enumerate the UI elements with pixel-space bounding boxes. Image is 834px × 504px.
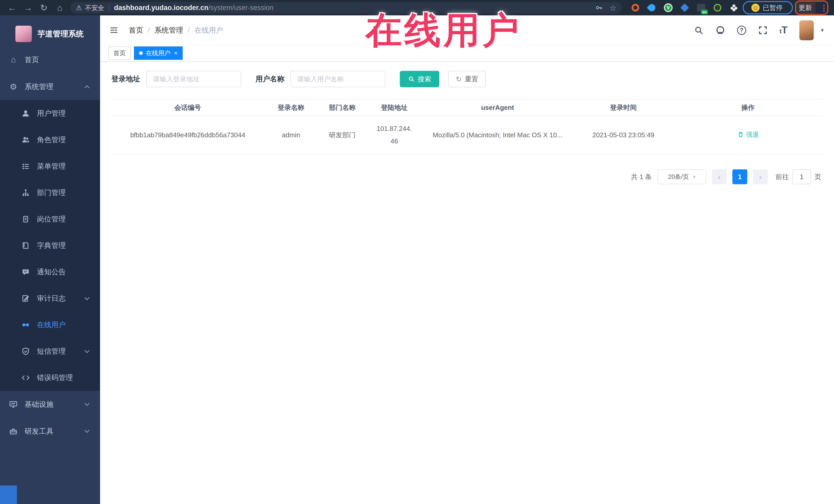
online-user-goggles-icon [21, 321, 30, 329]
profile-paused-chip[interactable]: ☺ 已暂停 [748, 2, 786, 13]
breadcrumb-separator: / [148, 26, 150, 35]
browser-menu-icon[interactable]: ⋮ [820, 3, 827, 12]
page-size-select[interactable]: 20条/页 ▾ [657, 169, 706, 184]
sidebar-item-system[interactable]: ⚙ 系统管理 [0, 73, 100, 100]
col-dept-name: 部门名称 [318, 99, 367, 116]
extension-drop-icon[interactable] [647, 3, 656, 12]
tag-label: 首页 [113, 49, 126, 57]
reload-icon[interactable]: ↻ [36, 3, 52, 13]
sidebar-item-user-mgmt[interactable]: 用户管理 [0, 100, 100, 127]
page-content: 登录地址 用户名称 搜索 ↻ 重置 [100, 62, 834, 184]
breadcrumb: 首页 / 系统管理 / 在线用户 [129, 25, 223, 35]
code-icon [21, 374, 30, 382]
login-addr-input[interactable] [146, 71, 241, 87]
divider [109, 4, 109, 11]
bookmark-star-icon[interactable]: ☆ [610, 3, 616, 12]
font-size-icon[interactable]: tT [780, 25, 788, 36]
logo-row[interactable]: 芋道管理系统 [0, 22, 100, 46]
active-dot-icon [139, 51, 143, 55]
pagination: 共 1 条 20条/页 ▾ ‹ 1 › 前往 页 [111, 169, 823, 184]
extension-translate-icon[interactable]: en [697, 3, 706, 12]
sidebar-item-infrastructure[interactable]: 基础设施 [0, 391, 100, 418]
department-tree-icon [21, 189, 30, 197]
sidebar-item-error-code[interactable]: 错误码管理 [0, 365, 100, 391]
force-logout-label: 强退 [746, 130, 759, 139]
back-icon[interactable]: ← [4, 3, 20, 13]
fullscreen-icon[interactable] [758, 25, 768, 35]
browser-home-icon[interactable]: ⌂ [52, 3, 68, 13]
goto-page-input[interactable] [792, 169, 811, 184]
reset-button-label: 重置 [465, 75, 478, 84]
security-label[interactable]: 不安全 [85, 4, 104, 12]
sidebar-item-role-mgmt[interactable]: 角色管理 [0, 127, 100, 153]
hamburger-icon[interactable] [109, 26, 119, 35]
sidebar-item-label: 研发工具 [25, 426, 53, 436]
sidebar-item-online-users[interactable]: 在线用户 [0, 311, 100, 338]
force-logout-button[interactable]: 强退 [737, 130, 759, 139]
cell-login-time: 2021-05-03 23:05:49 [573, 116, 673, 154]
extension-v-icon[interactable]: V [664, 3, 673, 12]
prev-page-button[interactable]: ‹ [712, 169, 727, 184]
avatar-caret-icon[interactable]: ▾ [821, 27, 824, 34]
close-icon[interactable]: × [174, 49, 178, 57]
help-icon[interactable]: ? [737, 26, 746, 35]
sidebar-item-menu-mgmt[interactable]: 菜单管理 [0, 153, 100, 179]
page-unit-label: 页 [814, 172, 821, 181]
breadcrumb-system[interactable]: 系统管理 [154, 25, 183, 35]
extensions-puzzle-icon[interactable] [729, 3, 739, 12]
breadcrumb-home[interactable]: 首页 [129, 25, 143, 35]
extension-camera-icon[interactable] [713, 3, 722, 12]
url-text[interactable]: dashboard.yudao.iocoder.cn/system/user-s… [114, 4, 273, 12]
extension-gem-icon[interactable] [680, 3, 689, 12]
reset-button[interactable]: ↻ 重置 [448, 71, 486, 87]
sidebar-item-audit-log[interactable]: 审计日志 [0, 285, 100, 311]
sidebar-item-label: 菜单管理 [37, 161, 66, 171]
screen: ← → ↻ ⌂ ⚠ 不安全 dashboard.yudao.iocoder.cn… [0, 0, 834, 504]
bottom-left-blue-square [0, 485, 17, 504]
monitor-chart-icon [9, 400, 18, 409]
sidebar-item-dept-mgmt[interactable]: 部门管理 [0, 179, 100, 206]
sidebar-item-label: 角色管理 [37, 135, 66, 145]
sidebar: 芋道管理系统 ⌂ 首页 ⚙ 系统管理 用户管理 角色管理 [0, 15, 100, 504]
browser-toolbar: ← → ↻ ⌂ ⚠ 不安全 dashboard.yudao.iocoder.cn… [0, 0, 834, 15]
tag-home[interactable]: 首页 [108, 46, 131, 60]
github-icon[interactable] [716, 25, 725, 35]
cell-dept-name: 研发部门 [318, 116, 367, 154]
sidebar-item-label: 部门管理 [37, 188, 66, 198]
sidebar-item-notice[interactable]: 通知公告 [0, 259, 100, 285]
ip-line1: 101.87.244. [367, 123, 422, 135]
avatar[interactable] [799, 20, 814, 40]
password-key-icon[interactable] [595, 4, 603, 12]
chevron-down-icon [84, 401, 90, 406]
cell-login-addr: 101.87.244. 46 [367, 116, 422, 154]
next-page-button[interactable]: › [753, 169, 768, 184]
address-bar[interactable]: ⚠ 不安全 dashboard.yudao.iocoder.cn/system/… [70, 2, 622, 13]
browser-update-button[interactable]: 更新 [795, 2, 815, 14]
sidebar-item-label: 基础设施 [25, 399, 53, 409]
tags-bar: 首页 在线用户 × [100, 45, 834, 62]
sidebar-item-post-mgmt[interactable]: 岗位管理 [0, 206, 100, 232]
extension-ring-icon[interactable] [631, 3, 640, 12]
col-login-addr: 登陆地址 [367, 99, 422, 116]
app-header: 首页 / 系统管理 / 在线用户 ? tT ▾ [100, 15, 834, 45]
id-badge-icon [21, 215, 30, 223]
sidebar-item-home[interactable]: ⌂ 首页 [0, 46, 100, 73]
emoji-face-icon: ☺ [751, 4, 760, 12]
toolbox-icon [9, 427, 18, 436]
current-page-button[interactable]: 1 [732, 169, 747, 184]
sidebar-item-sms-mgmt[interactable]: 短信管理 [0, 338, 100, 365]
sidebar-item-dict-mgmt[interactable]: 字典管理 [0, 232, 100, 259]
url-path: /system/user-session [208, 4, 273, 12]
sidebar-item-label: 通知公告 [37, 267, 66, 277]
cell-user-agent: Mozilla/5.0 (Macintosh; Intel Mac OS X 1… [422, 116, 573, 154]
search-icon[interactable] [694, 25, 704, 35]
cell-session-id: bfbb1ab79ba849e49fb26ddb56a73044 [111, 116, 264, 154]
search-button[interactable]: 搜索 [400, 71, 439, 87]
tag-online-users[interactable]: 在线用户 × [134, 46, 183, 60]
username-input[interactable] [290, 71, 386, 87]
announcement-icon [21, 268, 30, 276]
sidebar-item-label: 首页 [25, 55, 39, 65]
shield-check-icon [21, 347, 30, 355]
forward-icon[interactable]: → [20, 3, 36, 13]
sidebar-item-devtools[interactable]: 研发工具 [0, 418, 100, 445]
